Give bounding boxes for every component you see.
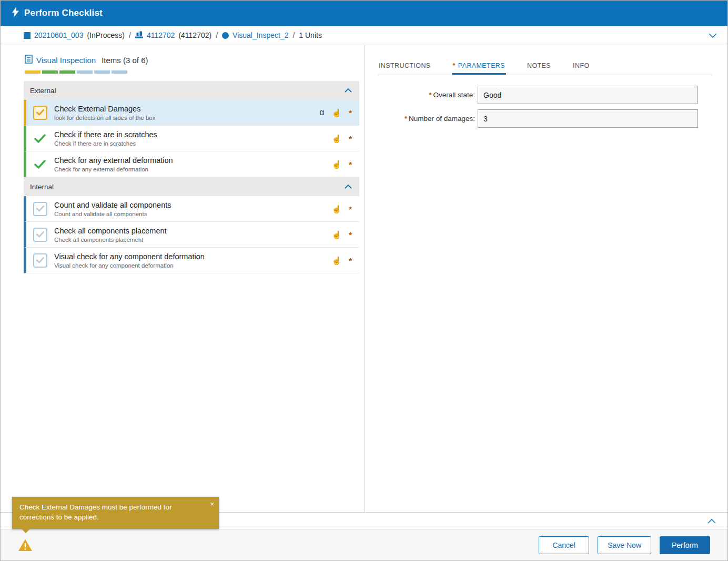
checklist-items-count: Items (3 of 6) — [102, 56, 148, 65]
overall-state-label: *Overall state: — [378, 91, 475, 99]
tab-info[interactable]: INFO — [572, 58, 590, 75]
checklist-item-components-placement[interactable]: Check all components placement Check all… — [24, 222, 359, 248]
progress-segment — [77, 70, 93, 74]
hand-pointer-icon[interactable]: ☝ — [331, 135, 341, 142]
checkbox-in-progress-icon[interactable] — [32, 106, 48, 120]
alpha-datatype-icon: α — [319, 108, 324, 117]
details-panel: INSTRUCTIONS * PARAMETERS NOTES INFO *Ov… — [365, 45, 727, 512]
breadcrumb-separator: / — [129, 31, 131, 39]
check-completed-icon — [32, 160, 48, 169]
breadcrumb-separator: / — [216, 31, 218, 39]
item-title: Check all components placement — [54, 227, 167, 235]
form-row-number-of-damages: *Number of damages: — [378, 109, 712, 128]
lot-state: (InProcess) — [87, 31, 125, 39]
number-of-damages-label: *Number of damages: — [378, 115, 475, 123]
chevron-up-icon[interactable] — [345, 88, 352, 93]
breadcrumb: 20210601_003 (InProcess) / 4112702 (4112… — [1, 26, 727, 45]
parameters-form: *Overall state: *Number of damages: — [378, 86, 712, 128]
checklist-header: Visual Inspection Items (3 of 6) — [25, 55, 359, 66]
checkbox-pending-icon[interactable] — [32, 253, 48, 268]
checklist-icon — [25, 55, 33, 66]
tab-notes[interactable]: NOTES — [526, 58, 552, 75]
chevron-down-icon[interactable] — [709, 33, 717, 38]
warning-icon[interactable] — [18, 538, 33, 552]
section-label: Internal — [30, 183, 54, 191]
required-asterisk-icon: * — [453, 62, 456, 69]
resource-desc: (4112702) — [178, 31, 211, 39]
item-title: Visual check for any component deformati… — [54, 252, 205, 261]
breadcrumb-separator: / — [292, 31, 295, 39]
main-content: Visual Inspection Items (3 of 6) Externa… — [1, 45, 727, 512]
chevron-up-icon[interactable] — [707, 516, 716, 526]
chevron-up-icon[interactable] — [345, 185, 352, 189]
close-icon[interactable]: × — [210, 499, 214, 509]
item-subtitle: Visual check for any component deformati… — [54, 262, 205, 269]
progress-segment — [59, 70, 75, 74]
checklist-item-check-scratches[interactable]: Check if there are in scratches Check if… — [24, 126, 359, 151]
item-title: Count and validate all components — [54, 201, 171, 209]
item-subtitle: Check for any external deformation — [54, 166, 173, 172]
check-completed-icon — [32, 134, 48, 143]
perform-checklist-window: Perform Checklist 20210601_003 (InProces… — [0, 0, 728, 561]
lightning-bolt-icon — [12, 7, 19, 19]
checklist-item-component-deformation[interactable]: Visual check for any component deformati… — [24, 248, 359, 273]
tab-instructions[interactable]: INSTRUCTIONS — [378, 58, 432, 75]
required-asterisk-icon: * — [349, 205, 352, 213]
progress-segment — [25, 70, 41, 74]
progress-segment — [42, 70, 58, 74]
item-title: Check External Damages — [54, 105, 155, 113]
overall-state-input[interactable] — [478, 86, 698, 104]
required-asterisk-icon: * — [349, 160, 352, 168]
hand-pointer-icon[interactable]: ☝ — [331, 109, 341, 117]
checklist-title: Visual Inspection — [36, 56, 96, 65]
resource-icon — [135, 31, 143, 40]
title-bar: Perform Checklist — [1, 1, 727, 26]
required-asterisk-icon: * — [405, 115, 407, 123]
details-tabs: INSTRUCTIONS * PARAMETERS NOTES INFO — [378, 45, 712, 75]
item-title: Check if there are in scratches — [54, 130, 157, 139]
warning-toast: × Check External Damages must be perform… — [12, 497, 219, 529]
required-asterisk-icon: * — [349, 109, 352, 117]
page-title: Perform Checklist — [24, 8, 103, 18]
item-subtitle: look for defects on all sides of the box — [54, 115, 155, 121]
section-header-internal[interactable]: Internal — [24, 177, 359, 196]
toast-message: Check External Damages must be performed… — [19, 503, 172, 521]
hand-pointer-icon[interactable]: ☝ — [331, 231, 341, 239]
hand-pointer-icon[interactable]: ☝ — [331, 160, 341, 168]
checklist-item-external-deformation[interactable]: Check for any external deformation Check… — [24, 151, 359, 177]
checkbox-pending-icon[interactable] — [32, 228, 48, 242]
required-asterisk-icon: * — [349, 135, 352, 142]
checklist-panel: Visual Inspection Items (3 of 6) Externa… — [1, 45, 365, 512]
section-label: External — [30, 87, 56, 95]
item-subtitle: Check all components placement — [54, 237, 167, 243]
checkbox-pending-icon[interactable] — [32, 202, 48, 216]
save-now-button[interactable]: Save Now — [598, 536, 651, 554]
breadcrumb-step-link[interactable]: Visual_Inspect_2 — [232, 31, 288, 39]
item-title: Check for any external deformation — [54, 156, 173, 165]
footer-bar: Cancel Save Now Perform — [1, 529, 727, 560]
breadcrumb-resource-link[interactable]: 4112702 — [147, 31, 175, 39]
item-subtitle: Check if there are in scratches — [54, 140, 157, 147]
breadcrumb-lot-link[interactable]: 20210601_003 — [34, 31, 83, 39]
lot-icon — [24, 32, 31, 39]
required-asterisk-icon: * — [429, 91, 431, 99]
checklist-item-count-components[interactable]: Count and validate all components Count … — [24, 196, 359, 222]
form-row-overall-state: *Overall state: — [378, 86, 712, 104]
required-asterisk-icon: * — [349, 231, 352, 239]
step-icon — [222, 32, 229, 39]
item-subtitle: Count and validate all components — [54, 211, 171, 217]
progress-segment — [94, 70, 110, 74]
progress-segment — [112, 70, 127, 74]
checklist-item-check-external-damages[interactable]: Check External Damages look for defects … — [24, 100, 359, 126]
units-count: 1 Units — [299, 31, 322, 39]
tab-parameters[interactable]: * PARAMETERS — [452, 58, 506, 75]
section-header-external[interactable]: External — [24, 81, 359, 100]
hand-pointer-icon[interactable]: ☝ — [331, 205, 341, 213]
perform-button[interactable]: Perform — [660, 536, 710, 554]
progress-bar — [25, 70, 359, 74]
required-asterisk-icon: * — [349, 257, 352, 264]
hand-pointer-icon[interactable]: ☝ — [331, 257, 341, 264]
cancel-button[interactable]: Cancel — [539, 536, 589, 554]
number-of-damages-input[interactable] — [478, 109, 698, 128]
